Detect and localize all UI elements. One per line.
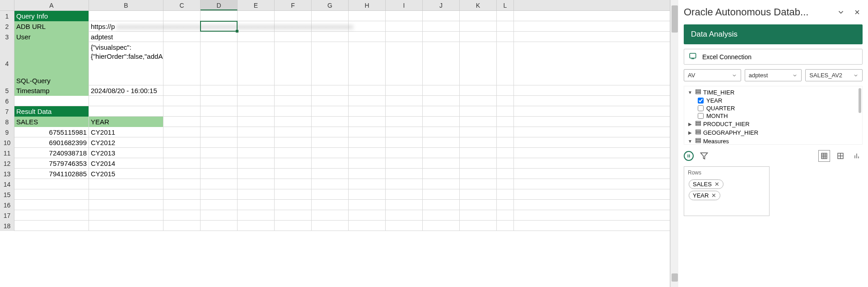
cell-I10[interactable] [386, 137, 423, 148]
cell-G18[interactable] [312, 221, 349, 231]
cell-K15[interactable] [460, 189, 497, 200]
cell-E15[interactable] [238, 189, 275, 200]
row-header-15[interactable]: 15 [0, 189, 14, 200]
cell-C13[interactable] [163, 169, 201, 179]
cell-K12[interactable] [460, 158, 497, 169]
cell-B6[interactable] [89, 96, 163, 106]
cell-G15[interactable] [312, 189, 349, 200]
tree-toggle-icon[interactable]: ▼ [687, 90, 693, 95]
cell-F3[interactable] [275, 32, 312, 42]
cell-D18[interactable] [201, 221, 238, 231]
chip-year[interactable]: YEAR ✕ [689, 191, 720, 200]
cell-D6[interactable] [201, 96, 238, 106]
cell-L8[interactable] [497, 117, 514, 127]
tree-item-month[interactable]: MONTH [687, 112, 859, 120]
cell-A2[interactable]: ADB URL [14, 21, 89, 32]
cell-L7[interactable] [497, 106, 514, 117]
cell-I18[interactable] [386, 221, 423, 231]
cell-L10[interactable] [497, 137, 514, 148]
row-header-10[interactable]: 10 [0, 137, 14, 148]
cell-C17[interactable] [163, 210, 201, 221]
cell-E10[interactable] [238, 137, 275, 148]
cell-K9[interactable] [460, 127, 497, 137]
cell-E5[interactable] [238, 85, 275, 96]
cell-G16[interactable] [312, 200, 349, 210]
cell-I2[interactable] [386, 21, 423, 32]
cell-B4[interactable]: {"visualspec":{"hierOrder":false,"addAll… [89, 42, 163, 85]
cell-J4[interactable] [423, 42, 460, 85]
cell-F13[interactable] [275, 169, 312, 179]
row-header-1[interactable]: 1 [0, 11, 14, 21]
cell-K4[interactable] [460, 42, 497, 85]
cell-C1[interactable] [163, 11, 201, 21]
cell-J6[interactable] [423, 96, 460, 106]
cell-D1[interactable] [201, 11, 238, 21]
cell-B11[interactable]: CY2013 [89, 148, 163, 158]
cell-K2[interactable] [460, 21, 497, 32]
cell-L17[interactable] [497, 210, 514, 221]
tree-item-quarter[interactable]: QUARTER [687, 104, 859, 112]
rows-drop-zone[interactable]: Rows SALES ✕ YEAR ✕ [684, 166, 770, 216]
cell-H17[interactable] [349, 210, 386, 221]
dropdown-view[interactable]: SALES_AV2 [805, 69, 863, 81]
cell-H18[interactable] [349, 221, 386, 231]
cell-I12[interactable] [386, 158, 423, 169]
row-header-13[interactable]: 13 [0, 169, 14, 179]
cell-C10[interactable] [163, 137, 201, 148]
cell-A17[interactable] [14, 210, 89, 221]
cell-E9[interactable] [238, 127, 275, 137]
col-header-K[interactable]: K [460, 0, 497, 10]
cell-A4[interactable]: SQL-Query [14, 42, 89, 85]
cell-D12[interactable] [201, 158, 238, 169]
cell-C5[interactable] [163, 85, 201, 96]
col-header-I[interactable]: I [386, 0, 423, 10]
cell-B8[interactable]: YEAR [89, 117, 163, 127]
cell-H14[interactable] [349, 179, 386, 189]
row-header-6[interactable]: 6 [0, 96, 14, 106]
cell-E1[interactable] [238, 11, 275, 21]
cell-E16[interactable] [238, 200, 275, 210]
cell-D10[interactable] [201, 137, 238, 148]
cell-A3[interactable]: User [14, 32, 89, 42]
close-icon[interactable] [852, 7, 863, 18]
cell-L13[interactable] [497, 169, 514, 179]
cell-G3[interactable] [312, 32, 349, 42]
cell-G5[interactable] [312, 85, 349, 96]
cell-E6[interactable] [238, 96, 275, 106]
cell-K14[interactable] [460, 179, 497, 189]
cell-D8[interactable] [201, 117, 238, 127]
cell-A1[interactable]: Query Info [14, 11, 89, 21]
cell-B3[interactable]: adptest [89, 32, 163, 42]
cell-F16[interactable] [275, 200, 312, 210]
cell-L4[interactable] [497, 42, 514, 85]
cell-I1[interactable] [386, 11, 423, 21]
col-header-H[interactable]: H [349, 0, 386, 10]
cell-B16[interactable] [89, 200, 163, 210]
cell-F10[interactable] [275, 137, 312, 148]
cell-B13[interactable]: CY2015 [89, 169, 163, 179]
cell-D17[interactable] [201, 210, 238, 221]
cell-J13[interactable] [423, 169, 460, 179]
cell-J17[interactable] [423, 210, 460, 221]
cell-A10[interactable]: 6901682399 [14, 137, 89, 148]
cell-D11[interactable] [201, 148, 238, 158]
cell-C18[interactable] [163, 221, 201, 231]
cell-H15[interactable] [349, 189, 386, 200]
cell-B1[interactable] [89, 11, 163, 21]
cell-G7[interactable] [312, 106, 349, 117]
cell-H5[interactable] [349, 85, 386, 96]
cell-J8[interactable] [423, 117, 460, 127]
tree-checkbox-year[interactable] [698, 98, 704, 104]
cell-L15[interactable] [497, 189, 514, 200]
cell-G10[interactable] [312, 137, 349, 148]
cell-I16[interactable] [386, 200, 423, 210]
chip-remove-icon[interactable]: ✕ [714, 181, 719, 188]
cell-D7[interactable] [201, 106, 238, 117]
row-header-8[interactable]: 8 [0, 117, 14, 127]
cell-I3[interactable] [386, 32, 423, 42]
cell-C8[interactable] [163, 117, 201, 127]
cell-I17[interactable] [386, 210, 423, 221]
cell-F11[interactable] [275, 148, 312, 158]
cell-H6[interactable] [349, 96, 386, 106]
cell-F12[interactable] [275, 158, 312, 169]
